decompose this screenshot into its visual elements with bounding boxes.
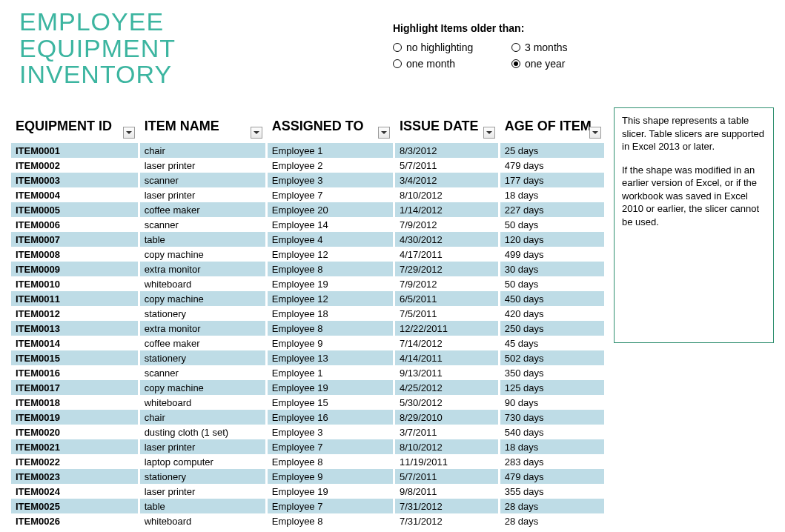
cell-age[interactable]: 18 days — [499, 187, 604, 202]
cell-item-name[interactable]: stationery — [139, 469, 266, 484]
table-row[interactable]: ITEM0002laser printerEmployee 25/7/20114… — [11, 158, 604, 173]
cell-age[interactable]: 45 days — [499, 336, 604, 350]
cell-equipment-id[interactable]: ITEM0006 — [11, 217, 139, 232]
cell-issue-date[interactable]: 8/3/2012 — [394, 143, 499, 158]
col-item-name[interactable]: ITEM NAME — [139, 107, 266, 143]
cell-issue-date[interactable]: 7/31/2012 — [394, 499, 499, 513]
cell-item-name[interactable]: extra monitor — [139, 262, 266, 276]
cell-age[interactable]: 125 days — [499, 380, 604, 395]
cell-age[interactable]: 25 days — [499, 143, 604, 158]
table-row[interactable]: ITEM0011copy machineEmployee 126/5/20114… — [11, 291, 604, 306]
cell-issue-date[interactable]: 12/22/2011 — [394, 321, 499, 336]
table-row[interactable]: ITEM0024laser printerEmployee 199/8/2011… — [11, 484, 604, 499]
filter-dropdown-icon[interactable] — [378, 127, 390, 139]
table-row[interactable]: ITEM0001chairEmployee 18/3/201225 days — [11, 143, 604, 158]
cell-equipment-id[interactable]: ITEM0005 — [11, 202, 139, 217]
cell-assigned-to[interactable]: Employee 1 — [266, 143, 394, 158]
cell-assigned-to[interactable]: Employee 13 — [266, 350, 394, 365]
cell-item-name[interactable]: laser printer — [139, 439, 266, 454]
cell-item-name[interactable]: table — [139, 499, 266, 513]
cell-assigned-to[interactable]: Employee 15 — [266, 395, 394, 410]
table-row[interactable]: ITEM0012stationeryEmployee 187/5/2011420… — [11, 306, 604, 321]
cell-equipment-id[interactable]: ITEM0003 — [11, 173, 139, 187]
cell-equipment-id[interactable]: ITEM0002 — [11, 158, 139, 173]
cell-item-name[interactable]: copy machine — [139, 291, 266, 306]
cell-age[interactable]: 350 days — [499, 365, 604, 380]
cell-assigned-to[interactable]: Employee 7 — [266, 439, 394, 454]
cell-equipment-id[interactable]: ITEM0025 — [11, 499, 139, 513]
cell-age[interactable]: 420 days — [499, 306, 604, 321]
table-row[interactable]: ITEM0003scannerEmployee 33/4/2012177 day… — [11, 173, 604, 187]
table-row[interactable]: ITEM0015stationeryEmployee 134/14/201150… — [11, 350, 604, 365]
cell-age[interactable]: 730 days — [499, 410, 604, 425]
cell-item-name[interactable]: laser printer — [139, 484, 266, 499]
cell-assigned-to[interactable]: Employee 8 — [266, 321, 394, 336]
cell-equipment-id[interactable]: ITEM0011 — [11, 291, 139, 306]
table-row[interactable]: ITEM0026whiteboardEmployee 87/31/201228 … — [11, 513, 604, 528]
radio-one-year[interactable]: one year — [511, 58, 630, 70]
table-row[interactable]: ITEM0019chairEmployee 168/29/2010730 day… — [11, 410, 604, 425]
col-assigned-to[interactable]: ASSIGNED TO — [266, 107, 394, 143]
cell-assigned-to[interactable]: Employee 12 — [266, 247, 394, 262]
cell-equipment-id[interactable]: ITEM0019 — [11, 410, 139, 425]
cell-assigned-to[interactable]: Employee 8 — [266, 513, 394, 528]
cell-issue-date[interactable]: 9/8/2011 — [394, 484, 499, 499]
cell-item-name[interactable]: whiteboard — [139, 395, 266, 410]
cell-issue-date[interactable]: 8/29/2010 — [394, 410, 499, 425]
cell-age[interactable]: 540 days — [499, 425, 604, 439]
table-row[interactable]: ITEM0017copy machineEmployee 194/25/2012… — [11, 380, 604, 395]
cell-issue-date[interactable]: 3/7/2011 — [394, 425, 499, 439]
table-row[interactable]: ITEM0010whiteboardEmployee 197/9/201250 … — [11, 276, 604, 291]
cell-issue-date[interactable]: 5/7/2011 — [394, 469, 499, 484]
table-row[interactable]: ITEM0005coffee makerEmployee 201/14/2012… — [11, 202, 604, 217]
table-row[interactable]: ITEM0013extra monitorEmployee 812/22/201… — [11, 321, 604, 336]
cell-item-name[interactable]: scanner — [139, 173, 266, 187]
table-row[interactable]: ITEM0022laptop computerEmployee 811/19/2… — [11, 454, 604, 469]
cell-age[interactable]: 28 days — [499, 513, 604, 528]
cell-assigned-to[interactable]: Employee 8 — [266, 262, 394, 276]
cell-item-name[interactable]: laser printer — [139, 158, 266, 173]
cell-assigned-to[interactable]: Employee 14 — [266, 217, 394, 232]
cell-item-name[interactable]: laser printer — [139, 187, 266, 202]
cell-equipment-id[interactable]: ITEM0013 — [11, 321, 139, 336]
cell-item-name[interactable]: stationery — [139, 350, 266, 365]
cell-equipment-id[interactable]: ITEM0023 — [11, 469, 139, 484]
cell-issue-date[interactable]: 7/9/2012 — [394, 217, 499, 232]
col-issue-date[interactable]: ISSUE DATE — [394, 107, 499, 143]
table-row[interactable]: ITEM0023stationeryEmployee 95/7/2011479 … — [11, 469, 604, 484]
cell-item-name[interactable]: copy machine — [139, 380, 266, 395]
cell-assigned-to[interactable]: Employee 12 — [266, 291, 394, 306]
cell-assigned-to[interactable]: Employee 7 — [266, 499, 394, 513]
cell-assigned-to[interactable]: Employee 16 — [266, 410, 394, 425]
table-row[interactable]: ITEM0014coffee makerEmployee 97/14/20124… — [11, 336, 604, 350]
cell-issue-date[interactable]: 5/7/2011 — [394, 158, 499, 173]
cell-equipment-id[interactable]: ITEM0022 — [11, 454, 139, 469]
cell-age[interactable]: 50 days — [499, 276, 604, 291]
cell-age[interactable]: 30 days — [499, 262, 604, 276]
cell-equipment-id[interactable]: ITEM0007 — [11, 232, 139, 247]
cell-assigned-to[interactable]: Employee 19 — [266, 276, 394, 291]
cell-item-name[interactable]: whiteboard — [139, 513, 266, 528]
cell-equipment-id[interactable]: ITEM0017 — [11, 380, 139, 395]
cell-issue-date[interactable]: 7/14/2012 — [394, 336, 499, 350]
cell-assigned-to[interactable]: Employee 1 — [266, 365, 394, 380]
cell-item-name[interactable]: table — [139, 232, 266, 247]
cell-equipment-id[interactable]: ITEM0020 — [11, 425, 139, 439]
cell-age[interactable]: 90 days — [499, 395, 604, 410]
cell-issue-date[interactable]: 3/4/2012 — [394, 173, 499, 187]
cell-item-name[interactable]: copy machine — [139, 247, 266, 262]
table-row[interactable]: ITEM0018whiteboardEmployee 155/30/201290… — [11, 395, 604, 410]
cell-issue-date[interactable]: 9/13/2011 — [394, 365, 499, 380]
cell-equipment-id[interactable]: ITEM0012 — [11, 306, 139, 321]
filter-dropdown-icon[interactable] — [589, 127, 601, 139]
filter-dropdown-icon[interactable] — [483, 127, 495, 139]
cell-equipment-id[interactable]: ITEM0001 — [11, 143, 139, 158]
cell-age[interactable]: 450 days — [499, 291, 604, 306]
table-row[interactable]: ITEM0004laser printerEmployee 78/10/2012… — [11, 187, 604, 202]
cell-equipment-id[interactable]: ITEM0018 — [11, 395, 139, 410]
col-age-of-item[interactable]: AGE OF ITEM — [499, 107, 604, 143]
cell-item-name[interactable]: stationery — [139, 306, 266, 321]
cell-issue-date[interactable]: 7/5/2011 — [394, 306, 499, 321]
cell-assigned-to[interactable]: Employee 3 — [266, 173, 394, 187]
cell-issue-date[interactable]: 1/14/2012 — [394, 202, 499, 217]
